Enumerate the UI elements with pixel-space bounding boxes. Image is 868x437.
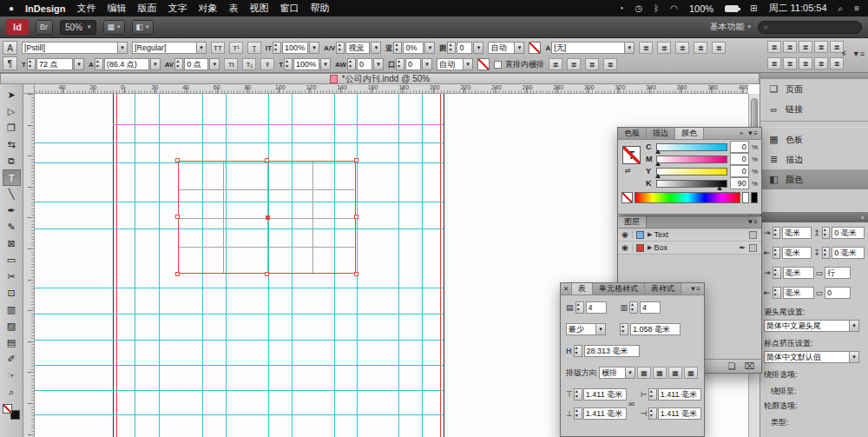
- close-icon[interactable]: ✕: [561, 283, 572, 295]
- dock-item-swatches[interactable]: ▦色板: [760, 129, 868, 149]
- tracking-field[interactable]: AV0 点: [165, 58, 220, 70]
- inset-bottom-field[interactable]: 1.411 毫米: [583, 407, 627, 420]
- battery-icon[interactable]: [725, 5, 739, 12]
- layer-row-text[interactable]: ◉ ▶ Text: [618, 228, 761, 242]
- indent-left-field[interactable]: 毫米: [782, 227, 812, 239]
- notification-center-icon[interactable]: ≡: [854, 3, 859, 13]
- proportional-spacing-field[interactable]: 亚0%: [385, 42, 435, 54]
- space-after-field[interactable]: 0 毫米: [832, 247, 865, 259]
- gradient-swatch-tool[interactable]: ▥: [3, 301, 21, 318]
- vertical-scale-field[interactable]: IT100%: [266, 42, 319, 54]
- stepper[interactable]: [773, 227, 780, 239]
- slider-thumb[interactable]: [655, 149, 661, 154]
- bluetooth-icon[interactable]: ᛒ: [654, 3, 659, 13]
- menu-layout[interactable]: 版面: [138, 2, 157, 15]
- tab-cell-styles[interactable]: 单元格样式: [593, 283, 645, 295]
- align-middle-button[interactable]: ≣: [567, 58, 581, 70]
- magenta-slider[interactable]: [656, 156, 727, 163]
- column-guide[interactable]: [398, 94, 399, 437]
- indent-right-field[interactable]: 毫米: [782, 247, 812, 259]
- table-frame[interactable]: [178, 161, 356, 274]
- font-style-select[interactable]: [Regular]: [132, 42, 207, 54]
- content-collector-tool[interactable]: ⧉: [3, 153, 21, 169]
- stroke-color-swatch[interactable]: [477, 58, 490, 70]
- row-height-mode-select[interactable]: 最少: [566, 323, 606, 335]
- effects-icon[interactable]: ⚡: [840, 49, 847, 60]
- tab-layers[interactable]: 图层: [618, 216, 647, 228]
- layer-name[interactable]: Box: [654, 243, 667, 252]
- ruler-guide[interactable]: [35, 142, 444, 143]
- stepper[interactable]: [284, 58, 293, 70]
- selection-tool[interactable]: ➤: [3, 87, 21, 103]
- tab-color[interactable]: 颜色: [675, 128, 704, 139]
- small-caps-button[interactable]: Tt: [224, 58, 238, 70]
- horizontal-scale-field[interactable]: T100%: [279, 58, 331, 70]
- frame-center-point[interactable]: [266, 215, 270, 220]
- inset-right-field[interactable]: 1.411 毫米: [658, 407, 701, 420]
- line-unit-field[interactable]: 行: [825, 267, 851, 279]
- cell-align-top-button[interactable]: ▦: [637, 367, 651, 379]
- dock-item-links[interactable]: ∞链接: [760, 99, 868, 119]
- column-guide[interactable]: [357, 94, 358, 437]
- layer-target-square[interactable]: [749, 244, 757, 252]
- visibility-eye-icon[interactable]: ◉: [618, 243, 633, 252]
- none-swatch[interactable]: [621, 192, 633, 203]
- menubar-clock[interactable]: 周二 11:05:54: [768, 2, 826, 15]
- frame-handle[interactable]: [175, 272, 180, 276]
- underline-button[interactable]: Ţ: [247, 42, 261, 54]
- control-panel-menu-icon[interactable]: ▼≡: [852, 50, 865, 58]
- para-indent-button[interactable]: ≣: [814, 57, 828, 70]
- inset-top-field[interactable]: 1.411 毫米: [583, 388, 627, 401]
- layer-name[interactable]: Text: [654, 230, 668, 239]
- strikethrough-button[interactable]: Ŧ: [260, 58, 274, 70]
- pen-tool[interactable]: ✒: [3, 202, 21, 219]
- dock-item-pages[interactable]: ❏页面: [760, 79, 868, 99]
- auto-spacing-select-2[interactable]: 自动: [437, 58, 473, 70]
- visibility-eye-icon[interactable]: ◉: [618, 230, 633, 239]
- cell-align-center-button[interactable]: ▦: [653, 367, 667, 379]
- stepper[interactable]: [273, 42, 281, 54]
- leading-field[interactable]: A(86.4 点): [89, 58, 161, 70]
- menu-table[interactable]: 表: [229, 2, 239, 15]
- fill-color-swatch[interactable]: [529, 42, 541, 54]
- align-bottom-button[interactable]: ≣: [585, 58, 599, 70]
- cyan-slider[interactable]: [656, 143, 727, 151]
- justify-button[interactable]: ≣: [694, 42, 707, 54]
- slider-thumb[interactable]: [655, 174, 661, 178]
- frame-handle[interactable]: [354, 272, 358, 276]
- table-rows-field[interactable]: 4: [586, 301, 607, 314]
- column-width-field[interactable]: 28.313 毫米: [584, 345, 640, 357]
- justify-all-button[interactable]: ≣: [712, 42, 726, 54]
- cell-align-bottom-button[interactable]: ▦: [668, 367, 682, 379]
- dock-grip[interactable]: [760, 73, 868, 79]
- zoom-tool[interactable]: ⌕: [3, 384, 21, 401]
- font-size-field[interactable]: T72 点: [22, 58, 84, 70]
- type-tool[interactable]: T: [3, 169, 21, 186]
- expand-triangle-icon[interactable]: ▶: [648, 244, 652, 251]
- stepper[interactable]: [27, 58, 36, 70]
- tab-table[interactable]: 表: [572, 283, 593, 295]
- workspace-switcher[interactable]: 基本功能▾: [709, 21, 751, 33]
- tatechuyoko-checkbox[interactable]: [494, 61, 502, 69]
- link-insets-icon[interactable]: ∞: [628, 399, 635, 408]
- all-caps-button[interactable]: TT: [211, 42, 225, 54]
- stepper[interactable]: [336, 42, 345, 54]
- aki-field[interactable]: AW0: [335, 58, 384, 70]
- stepper[interactable]: [95, 58, 103, 70]
- wifi-icon[interactable]: ◠: [670, 3, 678, 13]
- character-style-field[interactable]: A[无]: [545, 42, 635, 54]
- line-tool[interactable]: ╲: [3, 186, 21, 202]
- auto-spacing-select-1[interactable]: 自动: [488, 42, 524, 54]
- black-swatch[interactable]: [751, 192, 758, 203]
- white-swatch[interactable]: [742, 192, 749, 203]
- free-transform-tool[interactable]: ⊡: [3, 285, 21, 301]
- stepper[interactable]: [574, 407, 582, 420]
- tab-table-styles[interactable]: 表样式: [645, 283, 681, 295]
- text-fill-proxy[interactable]: T: [622, 146, 641, 164]
- para-indent-button[interactable]: ≣: [799, 57, 812, 70]
- fill-stroke-proxy[interactable]: [3, 404, 20, 420]
- scissors-tool[interactable]: ✂: [3, 268, 21, 285]
- column-guide[interactable]: [422, 94, 423, 437]
- rectangle-frame-tool[interactable]: ⊠: [3, 235, 21, 252]
- stepper[interactable]: [773, 247, 780, 259]
